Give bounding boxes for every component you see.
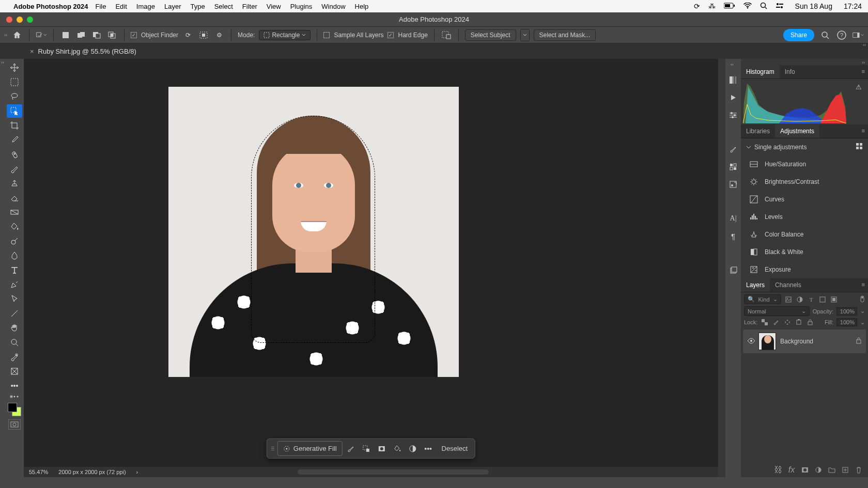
- menu-layer[interactable]: Layer: [164, 3, 181, 10]
- filter-pixel-icon[interactable]: [784, 295, 793, 304]
- ctx-brush-icon[interactable]: [344, 442, 358, 456]
- ctx-adjust-icon[interactable]: [406, 442, 420, 456]
- mode-dropdown[interactable]: Rectangle: [259, 30, 311, 40]
- lock-position-icon[interactable]: [783, 318, 792, 326]
- adjustments-tab[interactable]: Adjustments: [775, 124, 819, 138]
- wifi-icon[interactable]: [743, 2, 752, 10]
- single-adjustments-header[interactable]: Single adjustments: [741, 138, 868, 155]
- lock-all-icon[interactable]: [806, 318, 814, 326]
- intersect-selection-icon[interactable]: [106, 29, 118, 41]
- fill-input[interactable]: 100%: [836, 318, 857, 326]
- cc-icon[interactable]: ⁂: [708, 2, 716, 10]
- paragraph-panel-icon[interactable]: ¶: [727, 230, 739, 242]
- blur-tool[interactable]: [7, 249, 22, 262]
- control-center-icon[interactable]: [776, 2, 784, 10]
- menubar-time[interactable]: 17:24: [844, 2, 862, 10]
- window-close[interactable]: [6, 17, 12, 23]
- move-tool[interactable]: [7, 61, 22, 74]
- refresh-icon[interactable]: ⟳: [182, 29, 194, 41]
- menu-image[interactable]: Image: [136, 3, 155, 10]
- lock-transparency-icon[interactable]: [761, 318, 769, 326]
- generative-fill-button[interactable]: Generative Fill: [277, 441, 343, 456]
- filter-shape-icon[interactable]: [818, 295, 827, 304]
- expand-indicator[interactable]: ››: [4, 33, 7, 38]
- properties-panel-icon[interactable]: [727, 109, 739, 121]
- swatches-panel-icon[interactable]: [727, 161, 739, 172]
- menu-view[interactable]: View: [267, 3, 281, 10]
- paint-bucket-tool[interactable]: [7, 220, 22, 233]
- menubar-date[interactable]: Sun 18 Aug: [795, 2, 832, 10]
- edit-toolbar[interactable]: [7, 393, 22, 400]
- layer-lock-icon[interactable]: [856, 337, 862, 346]
- canvas-area[interactable]: Generative Fill ••• Deselect 55.47% 2000…: [24, 59, 718, 477]
- adj-black-white[interactable]: Black & White: [741, 243, 868, 261]
- tab-close-icon[interactable]: ×: [30, 48, 34, 55]
- histogram-menu[interactable]: ≡: [859, 65, 868, 78]
- frame-tool[interactable]: [7, 365, 22, 378]
- layer-mask-icon[interactable]: [801, 466, 809, 474]
- clone-stamp-tool[interactable]: [7, 177, 22, 190]
- object-finder-checkbox[interactable]: ✓: [131, 32, 137, 38]
- ctx-fill-icon[interactable]: [390, 442, 405, 456]
- new-group-icon[interactable]: [828, 466, 836, 474]
- menu-plugins[interactable]: Plugins: [290, 3, 313, 10]
- tool-preset-picker[interactable]: [36, 29, 47, 41]
- eraser-tool[interactable]: [7, 191, 22, 204]
- sample-all-checkbox[interactable]: [323, 32, 330, 38]
- home-button[interactable]: [11, 29, 23, 41]
- layer-filter-kind[interactable]: 🔍Kind⌄: [744, 294, 781, 304]
- layers-tab[interactable]: Layers: [741, 278, 770, 292]
- layer-name[interactable]: Background: [780, 338, 851, 345]
- menu-filter[interactable]: Filter: [242, 3, 257, 10]
- menu-edit[interactable]: Edit: [115, 3, 127, 10]
- ctx-modify-icon[interactable]: [359, 442, 374, 456]
- help-icon[interactable]: ?: [836, 29, 847, 41]
- select-subject-button[interactable]: Select Subject: [465, 29, 516, 41]
- history-brush-tool[interactable]: [7, 350, 22, 364]
- hard-edge-checkbox[interactable]: ✓: [388, 32, 394, 38]
- adj-brightness-contrast[interactable]: Brightness/Contrast: [741, 173, 868, 191]
- menu-file[interactable]: File: [95, 3, 106, 10]
- object-selection-tool[interactable]: [7, 104, 22, 118]
- filter-adjustment-icon[interactable]: [796, 295, 804, 304]
- eyedropper-tool[interactable]: [7, 133, 22, 147]
- type-tool[interactable]: [7, 263, 22, 277]
- strip-collapse-arrow[interactable]: ‹‹: [731, 62, 736, 68]
- histogram-warning-icon[interactable]: ⚠: [856, 83, 862, 91]
- adjustments-menu[interactable]: ≡: [859, 124, 868, 138]
- adj-color-balance[interactable]: Color Balance: [741, 226, 868, 243]
- cloud-sync-icon[interactable]: ⟳: [694, 2, 700, 10]
- select-and-mask-button[interactable]: Select and Mask...: [534, 29, 596, 41]
- line-tool[interactable]: [7, 307, 22, 320]
- quick-mask-toggle[interactable]: [8, 419, 21, 430]
- layer-background[interactable]: Background: [743, 329, 866, 353]
- filter-toggle[interactable]: [860, 295, 865, 304]
- lock-artboard-icon[interactable]: [795, 318, 803, 326]
- expand-indicator-right[interactable]: ››: [863, 42, 866, 48]
- select-subject-dropdown[interactable]: [520, 29, 530, 41]
- app-name[interactable]: Adobe Photoshop 2024: [13, 3, 88, 10]
- adj-levels[interactable]: Levels: [741, 208, 868, 226]
- color-panel-icon[interactable]: [727, 74, 739, 86]
- adjustments-grid-toggle[interactable]: [856, 143, 863, 151]
- contextual-task-bar[interactable]: Generative Fill ••• Deselect: [267, 438, 475, 459]
- character-panel-icon[interactable]: A|: [727, 213, 739, 224]
- channels-tab[interactable]: Channels: [770, 278, 807, 292]
- doc-tab[interactable]: × Ruby Shirt.jpg @ 55.5% (RGB/8): [24, 44, 143, 58]
- search-icon[interactable]: [819, 29, 831, 41]
- marquee-tool[interactable]: [7, 75, 22, 89]
- lasso-tool[interactable]: [7, 90, 22, 103]
- zoom-tool[interactable]: [7, 336, 22, 349]
- menu-type[interactable]: Type: [191, 3, 205, 10]
- layer-visibility-icon[interactable]: [747, 337, 754, 346]
- history-panel-icon[interactable]: [727, 264, 739, 276]
- navigator-panel-icon[interactable]: [727, 179, 739, 190]
- blend-mode-select[interactable]: Normal⌄: [744, 306, 810, 316]
- delete-layer-icon[interactable]: [855, 466, 863, 474]
- adj-hue-saturation[interactable]: Hue/Saturation: [741, 155, 868, 173]
- ctx-drag-handle[interactable]: [271, 443, 274, 454]
- deselect-button[interactable]: Deselect: [437, 442, 473, 455]
- document-canvas[interactable]: [168, 87, 459, 377]
- crop-tool[interactable]: [7, 119, 22, 132]
- ctx-mask-icon[interactable]: [375, 442, 389, 456]
